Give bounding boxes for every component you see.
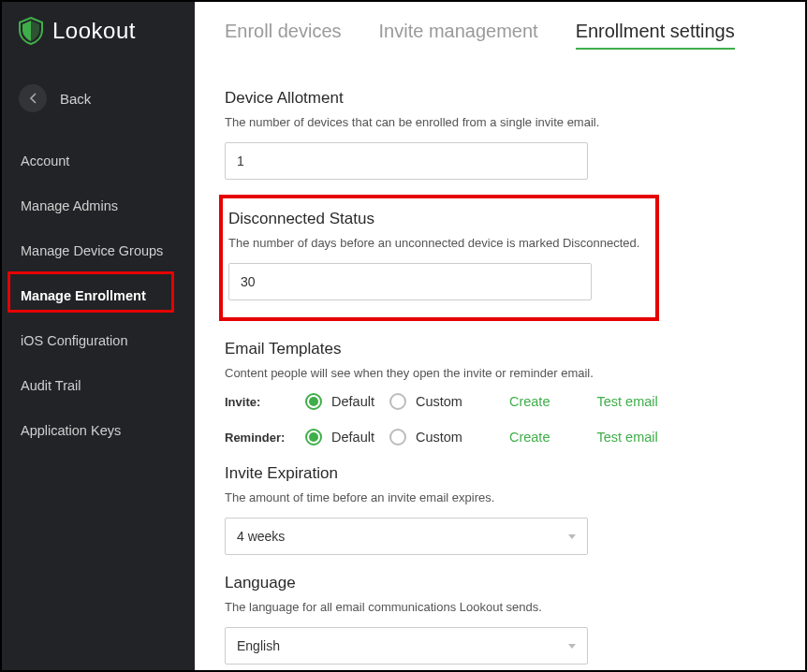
sidebar-item-manage-enrollment[interactable]: Manage Enrollment bbox=[2, 273, 195, 318]
back-label: Back bbox=[60, 91, 91, 107]
section-invite-expiration: Invite Expiration The amount of time bef… bbox=[225, 464, 775, 555]
device-allotment-title: Device Allotment bbox=[225, 89, 775, 108]
tab-enroll-devices[interactable]: Enroll devices bbox=[225, 21, 342, 50]
tab-invite-management[interactable]: Invite management bbox=[379, 21, 538, 50]
email-templates-title: Email Templates bbox=[225, 340, 775, 358]
template-row-invite: Invite: Default Custom Create Test email bbox=[225, 393, 775, 410]
disconnected-days-input[interactable] bbox=[228, 263, 592, 300]
sidebar-item-ios-configuration[interactable]: iOS Configuration bbox=[2, 318, 195, 363]
reminder-label: Reminder: bbox=[225, 431, 290, 445]
sidebar-item-audit-trail[interactable]: Audit Trail bbox=[2, 363, 195, 408]
invite-expiration-desc: The amount of time before an invite emai… bbox=[225, 490, 775, 504]
invite-test-email-link[interactable]: Test email bbox=[596, 394, 657, 409]
invite-label: Invite: bbox=[225, 395, 290, 409]
invite-expiration-value: 4 weeks bbox=[237, 529, 285, 544]
disconnected-title: Disconnected Status bbox=[228, 210, 640, 228]
template-row-reminder: Reminder: Default Custom Create Test ema… bbox=[225, 429, 775, 446]
reminder-radio-default-label: Default bbox=[331, 430, 374, 445]
tab-enrollment-settings[interactable]: Enrollment settings bbox=[576, 21, 735, 50]
sidebar-nav: Account Manage Admins Manage Device Grou… bbox=[2, 139, 195, 453]
chevron-left-icon bbox=[19, 84, 47, 112]
chevron-down-icon bbox=[568, 644, 576, 649]
logo: Lookout bbox=[2, 2, 195, 58]
invite-radio-default-label: Default bbox=[331, 394, 374, 409]
language-select[interactable]: English bbox=[225, 627, 588, 665]
reminder-radio-default[interactable] bbox=[305, 429, 322, 446]
shield-icon bbox=[19, 17, 43, 45]
sidebar: Lookout Back Account Manage Admins Manag… bbox=[2, 2, 195, 670]
chevron-down-icon bbox=[568, 534, 576, 539]
language-desc: The language for all email communication… bbox=[225, 600, 775, 614]
invite-expiration-title: Invite Expiration bbox=[225, 464, 775, 483]
email-templates-desc: Content people will see when they open t… bbox=[225, 366, 775, 380]
sidebar-item-account[interactable]: Account bbox=[2, 139, 195, 183]
invite-expiration-select[interactable]: 4 weeks bbox=[225, 518, 588, 555]
device-allotment-desc: The number of devices that can be enroll… bbox=[225, 115, 775, 129]
disconnected-desc: The number of days before an unconnected… bbox=[228, 236, 640, 250]
sidebar-item-application-keys[interactable]: Application Keys bbox=[2, 408, 195, 453]
section-language: Language The language for all email comm… bbox=[225, 574, 775, 665]
invite-create-link[interactable]: Create bbox=[509, 394, 550, 409]
reminder-test-email-link[interactable]: Test email bbox=[596, 430, 657, 445]
sidebar-item-manage-admins[interactable]: Manage Admins bbox=[2, 183, 195, 228]
device-allotment-input[interactable] bbox=[225, 142, 588, 180]
reminder-radio-custom[interactable] bbox=[389, 429, 406, 446]
language-value: English bbox=[237, 638, 280, 653]
brand-name: Lookout bbox=[52, 18, 136, 44]
main-content: Enroll devices Invite management Enrollm… bbox=[195, 2, 805, 670]
invite-radio-default[interactable] bbox=[305, 393, 322, 410]
reminder-create-link[interactable]: Create bbox=[509, 430, 550, 445]
language-title: Language bbox=[225, 574, 775, 592]
tab-bar: Enroll devices Invite management Enrollm… bbox=[225, 2, 775, 70]
app-root: Lookout Back Account Manage Admins Manag… bbox=[2, 2, 805, 670]
section-email-templates: Email Templates Content people will see … bbox=[225, 340, 775, 446]
reminder-radio-custom-label: Custom bbox=[416, 430, 462, 445]
section-device-allotment: Device Allotment The number of devices t… bbox=[225, 89, 775, 180]
highlight-annotation-disconnected: Disconnected Status The number of days b… bbox=[219, 195, 659, 321]
back-button[interactable]: Back bbox=[2, 58, 195, 129]
invite-radio-custom-label: Custom bbox=[416, 394, 462, 409]
sidebar-item-manage-device-groups[interactable]: Manage Device Groups bbox=[2, 228, 195, 273]
invite-radio-custom[interactable] bbox=[389, 393, 406, 410]
